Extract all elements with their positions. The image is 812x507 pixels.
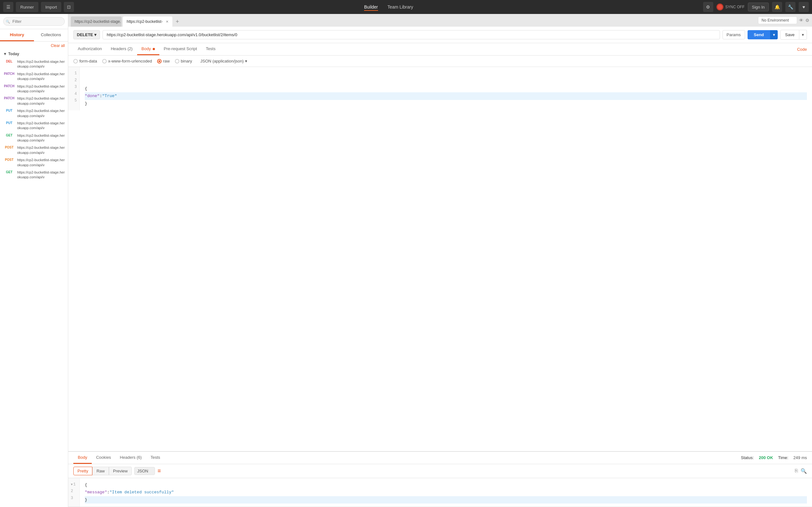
history-list: DEL https://cp2-bucketlist-stage.herokua… <box>3 58 65 181</box>
copy-icon-button[interactable]: ⎘ <box>795 468 798 474</box>
binary-option[interactable]: binary <box>175 59 192 63</box>
code-content: {"done": "True"} <box>80 67 812 110</box>
main-layout: History Collections Clear all ▼ Today DE… <box>0 14 812 507</box>
method-badge: POST <box>3 145 15 149</box>
code-line <box>85 77 807 85</box>
pretty-button[interactable]: Pretty <box>73 467 92 475</box>
team-library-tab[interactable]: Team Library <box>388 3 413 11</box>
content-area: https://cp2-bucketlist-stage. https://cp… <box>68 14 812 507</box>
request-tab-2[interactable]: https://cp2-bucketlist- ✕ <box>123 16 172 26</box>
line-numbers: 12345 <box>68 67 80 110</box>
tab-authorization[interactable]: Authorization <box>73 43 106 55</box>
tab-close-icon[interactable]: ✕ <box>166 20 169 24</box>
nav-center: Builder Team Library <box>76 3 700 11</box>
sidebar-toggle-button[interactable]: ☰ <box>3 2 13 12</box>
environment-select[interactable]: No Environment <box>758 16 797 24</box>
list-item[interactable]: DEL https://cp2-bucketlist-stage.herokua… <box>3 58 65 70</box>
list-item[interactable]: POST https://cp2-bucketlist-stage.heroku… <box>3 156 65 169</box>
response-json-select[interactable]: JSON <box>134 467 155 475</box>
tab-collections[interactable]: Collections <box>34 29 68 41</box>
list-item[interactable]: POST https://cp2-bucketlist-stage.heroku… <box>3 144 65 156</box>
tab-body[interactable]: Body <box>137 43 159 55</box>
settings-icon-button[interactable]: ⚙ <box>703 2 713 12</box>
preview-button[interactable]: Preview <box>109 467 132 475</box>
gear-icon-button[interactable]: ⚙ <box>805 18 809 23</box>
form-data-radio[interactable] <box>73 59 78 63</box>
tab-history[interactable]: History <box>0 29 34 41</box>
heart-icon-button[interactable]: ♥ <box>799 2 809 12</box>
clear-all-button[interactable]: Clear all <box>51 44 65 48</box>
sidebar-search-area <box>0 14 68 29</box>
request-tabs: Authorization Headers (2) Body Pre-reque… <box>68 43 812 56</box>
history-url: https://cp2-bucketlist-stage.herokuapp.c… <box>17 72 65 81</box>
save-button-wrap: Save ▾ <box>780 30 807 40</box>
method-label: DELETE <box>77 33 93 37</box>
list-item[interactable]: PATCH https://cp2-bucketlist-stage.herok… <box>3 70 65 83</box>
raw-radio[interactable] <box>157 59 162 63</box>
add-tab-button[interactable]: + <box>174 19 181 24</box>
sidebar-tabs: History Collections <box>0 29 68 42</box>
runner-button[interactable]: Runner <box>16 2 39 12</box>
sign-in-button[interactable]: Sign In <box>748 3 769 11</box>
notifications-icon-button[interactable]: 🔔 <box>772 2 782 12</box>
tab-headers[interactable]: Headers (2) <box>106 43 137 55</box>
resp-tab-cookies[interactable]: Cookies <box>92 452 116 464</box>
tab-tests[interactable]: Tests <box>202 43 220 55</box>
response-icons: ⎘ 🔍 <box>795 468 807 474</box>
params-button[interactable]: Params <box>722 30 745 39</box>
history-url: https://cp2-bucketlist-stage.herokuapp.c… <box>17 84 65 94</box>
urlencoded-option[interactable]: x-www-form-urlencoded <box>102 59 152 63</box>
binary-radio[interactable] <box>175 59 179 63</box>
history-date-label: ▼ Today <box>3 52 65 56</box>
resp-tab-body[interactable]: Body <box>73 452 92 464</box>
send-dropdown-button[interactable]: ▾ <box>770 30 778 39</box>
history-url: https://cp2-bucketlist-stage.herokuapp.c… <box>17 121 65 131</box>
top-nav: ☰ Runner Import ⊡ Builder Team Library ⚙… <box>0 0 812 14</box>
urlencoded-radio[interactable] <box>102 59 107 63</box>
request-tab-1[interactable]: https://cp2-bucketlist-stage. <box>71 16 121 26</box>
env-icons: 👁 ⚙ <box>799 18 809 23</box>
list-item[interactable]: PATCH https://cp2-bucketlist-stage.herok… <box>3 83 65 95</box>
form-data-option[interactable]: form-data <box>73 59 97 63</box>
resp-tab-tests[interactable]: Tests <box>146 452 164 464</box>
eye-icon-button[interactable]: 👁 <box>799 18 803 23</box>
resp-tab-headers[interactable]: Headers (6) <box>116 452 146 464</box>
code-line: { <box>85 481 807 489</box>
code-line: { <box>85 85 807 92</box>
list-item[interactable]: PATCH https://cp2-bucketlist-stage.herok… <box>3 95 65 107</box>
tab-prerequest[interactable]: Pre-request Script <box>159 43 202 55</box>
import-button[interactable]: Import <box>41 2 62 12</box>
response-status: Status: 200 OK Time: 249 ms <box>741 452 807 463</box>
method-badge: DEL <box>3 59 15 63</box>
sync-status-dot <box>716 3 723 10</box>
env-bar: No Environment 👁 ⚙ <box>758 16 809 26</box>
raw-button[interactable]: Raw <box>92 467 109 475</box>
save-button[interactable]: Save <box>780 30 799 40</box>
request-body-editor[interactable]: 12345 {"done": "True"} <box>68 67 812 451</box>
list-item[interactable]: GET https://cp2-bucketlist-stage.herokua… <box>3 169 65 181</box>
url-input[interactable] <box>103 30 720 39</box>
wrench-icon-button[interactable]: 🔧 <box>785 2 796 12</box>
filter-icon-button[interactable]: ≡ <box>157 468 161 474</box>
code-link-button[interactable]: Code <box>797 44 807 55</box>
method-badge: PUT <box>3 109 15 112</box>
new-tab-button[interactable]: ⊡ <box>64 2 74 12</box>
body-dot-indicator <box>153 48 155 50</box>
json-type-select[interactable]: JSON (application/json) ▾ <box>200 59 247 63</box>
request-builder: DELETE ▾ Params Send ▾ Save ▾ <box>68 26 812 43</box>
send-button[interactable]: Send <box>748 30 770 39</box>
list-item[interactable]: PUT https://cp2-bucketlist-stage.herokua… <box>3 120 65 132</box>
response-format-tabs: Pretty Raw Preview <box>73 467 132 475</box>
list-item[interactable]: GET https://cp2-bucketlist-stage.herokua… <box>3 132 65 145</box>
nav-right: ⚙ SYNC OFF Sign In 🔔 🔧 ♥ <box>703 2 809 12</box>
search-icon-button[interactable]: 🔍 <box>801 468 807 474</box>
builder-tab[interactable]: Builder <box>364 3 378 11</box>
raw-option[interactable]: raw <box>157 59 170 63</box>
history-section: ▼ Today DEL https://cp2-bucketlist-stage… <box>0 50 68 183</box>
list-item[interactable]: PUT https://cp2-bucketlist-stage.herokua… <box>3 107 65 120</box>
method-select[interactable]: DELETE ▾ <box>73 30 100 39</box>
filter-input[interactable] <box>3 17 65 26</box>
code-content: {"message": "Item deleted succesfully"} <box>80 478 812 507</box>
method-chevron-icon: ▾ <box>94 33 97 37</box>
save-dropdown-button[interactable]: ▾ <box>799 30 807 40</box>
